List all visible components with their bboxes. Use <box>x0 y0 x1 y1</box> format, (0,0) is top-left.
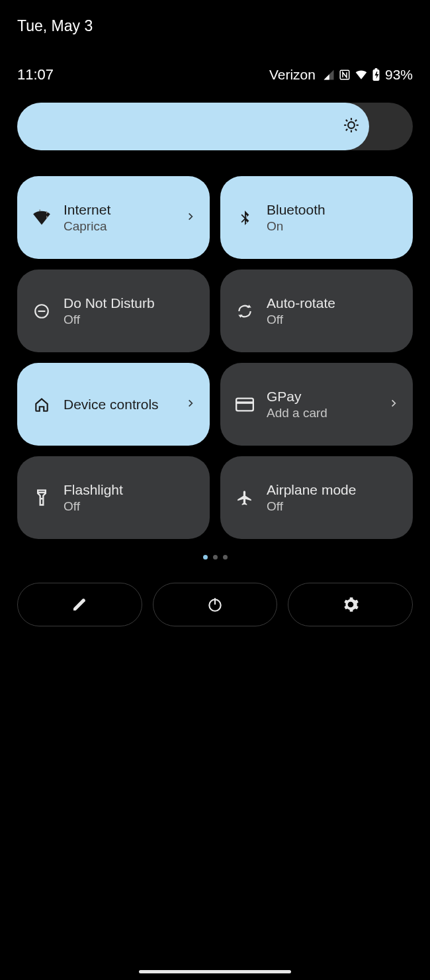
tile-title: GPay <box>267 389 377 405</box>
tile-airplane[interactable]: Airplane mode Off <box>220 456 413 539</box>
chevron-right-icon <box>186 209 195 226</box>
signal-icon <box>323 69 335 81</box>
tile-title: Auto-rotate <box>267 295 398 311</box>
status-right: Verizon 93% <box>269 67 413 83</box>
bluetooth-icon <box>235 209 255 227</box>
tile-title: Airplane mode <box>267 482 398 498</box>
status-bar: 11:07 Verizon 93% <box>0 66 430 83</box>
pager-dot <box>213 555 218 560</box>
airplane-icon <box>235 489 255 507</box>
status-icons <box>323 68 380 81</box>
battery-percent: 93% <box>385 67 413 83</box>
pager-dot <box>223 555 228 560</box>
carrier-label: Verizon <box>269 67 316 83</box>
svg-point-19 <box>41 497 43 499</box>
autorotate-icon <box>235 303 255 320</box>
tile-title: Internet <box>64 202 174 218</box>
brightness-fill <box>17 103 369 150</box>
svg-rect-2 <box>374 68 377 70</box>
chevron-right-icon <box>186 396 195 413</box>
tile-subtitle: Off <box>267 313 398 327</box>
tile-subtitle: On <box>267 219 398 234</box>
flashlight-icon <box>32 489 52 507</box>
nfc-icon <box>339 69 351 81</box>
tile-title: Flashlight <box>64 482 195 498</box>
page-indicator <box>0 555 430 560</box>
tile-subtitle: Off <box>267 499 398 514</box>
wifi-icon <box>32 209 52 227</box>
svg-rect-16 <box>236 398 253 411</box>
tile-internet[interactable]: Internet Caprica <box>17 176 210 259</box>
chevron-right-icon <box>389 396 398 413</box>
tile-subtitle: Add a card <box>267 406 377 420</box>
dnd-icon <box>32 303 52 320</box>
power-icon <box>206 596 224 613</box>
date-label: Tue, May 3 <box>17 17 93 35</box>
tile-title: Device controls <box>64 397 174 413</box>
home-icon <box>32 396 52 413</box>
home-indicator[interactable] <box>139 970 291 973</box>
bottom-actions <box>17 583 413 626</box>
svg-point-22 <box>348 603 353 607</box>
tile-title: Do Not Disturb <box>64 295 195 311</box>
brightness-icon <box>343 117 360 136</box>
card-icon <box>235 397 255 412</box>
tile-subtitle: Caprica <box>64 219 174 234</box>
settings-button[interactable] <box>288 583 413 626</box>
edit-button[interactable] <box>17 583 142 626</box>
battery-charging-icon <box>372 68 380 81</box>
svg-line-8 <box>346 120 347 121</box>
tile-flashlight[interactable]: Flashlight Off <box>17 456 210 539</box>
tile-subtitle: Off <box>64 499 195 514</box>
wifi-status-icon <box>355 69 368 81</box>
svg-line-11 <box>355 120 357 121</box>
svg-point-3 <box>348 122 355 128</box>
quick-settings-grid: Internet Caprica Bluetooth On Do Not Dis… <box>17 176 413 539</box>
svg-rect-17 <box>236 401 253 404</box>
clock: 11:07 <box>17 66 54 83</box>
tile-device-controls[interactable]: Device controls <box>17 363 210 446</box>
brightness-slider[interactable] <box>17 103 413 150</box>
tile-bluetooth[interactable]: Bluetooth On <box>220 176 413 259</box>
pager-dot <box>203 555 208 560</box>
tile-title: Bluetooth <box>267 202 398 218</box>
tile-autorotate[interactable]: Auto-rotate Off <box>220 270 413 352</box>
gear-icon <box>342 596 359 613</box>
tile-gpay[interactable]: GPay Add a card <box>220 363 413 446</box>
tile-dnd[interactable]: Do Not Disturb Off <box>17 270 210 352</box>
power-button[interactable] <box>153 583 278 626</box>
svg-line-10 <box>346 129 347 130</box>
svg-line-9 <box>355 129 357 130</box>
tile-subtitle: Off <box>64 313 195 327</box>
pencil-icon <box>71 597 87 612</box>
